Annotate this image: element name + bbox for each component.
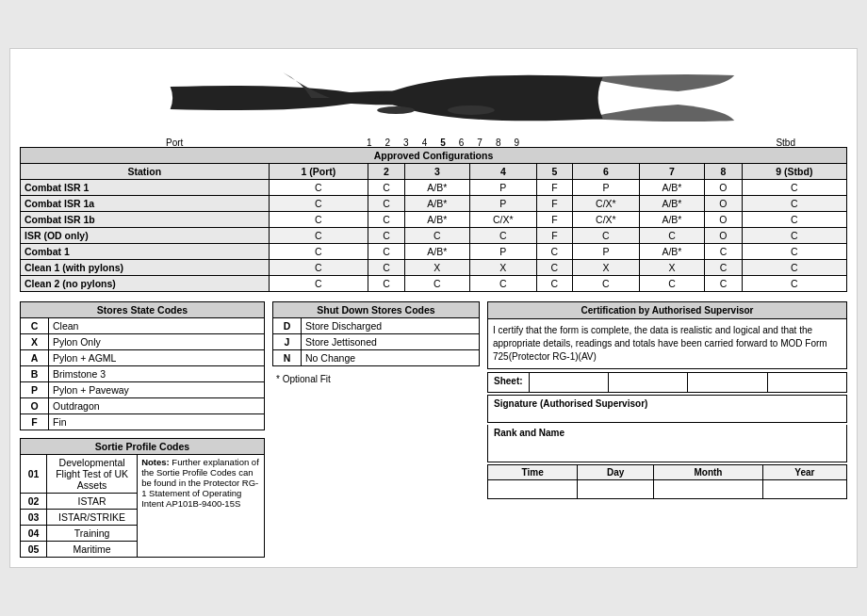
config-cell: F	[536, 228, 572, 244]
store-label: Pylon + Paveway	[49, 382, 265, 398]
station-numbers-row: Port 1 2 3 4 5 6 7 8 9 Stbd	[20, 138, 847, 148]
sheet-box-2[interactable]	[609, 373, 688, 392]
config-cell: C	[368, 212, 404, 228]
sheet-box-3[interactable]	[688, 373, 767, 392]
stores-title-row: Stores State Codes	[21, 302, 265, 318]
config-cell: P	[573, 244, 640, 260]
config-cell: A/B*	[404, 196, 469, 212]
store-label: Pylon Only	[49, 334, 265, 350]
rank-label: Rank and Name	[494, 428, 564, 438]
config-cell: C/X*	[469, 212, 536, 228]
station-cell: ISR (OD only)	[21, 228, 270, 244]
station-6: 6	[459, 138, 465, 148]
store-label: Clean	[49, 318, 265, 334]
shutdown-code: J	[273, 334, 302, 350]
config-cell: P	[573, 180, 640, 196]
config-cell: A/B*	[639, 212, 704, 228]
sheet-box-1[interactable]	[530, 373, 609, 392]
approved-row: Clean 1 (with pylons)CCXXCXXCC	[21, 260, 847, 276]
config-cell: O	[705, 196, 743, 212]
shutdown-rows: DStore DischargedJStore JettisonedNNo Ch…	[273, 318, 480, 366]
day-value[interactable]	[578, 480, 654, 499]
config-cell: C	[469, 228, 536, 244]
shutdown-label: No Change	[302, 350, 480, 366]
col-3-header: 3	[404, 164, 469, 180]
config-cell: C/X*	[573, 212, 640, 228]
main-page: Port 1 2 3 4 5 6 7 8 9 Stbd Approved Con…	[9, 48, 858, 568]
shutdown-table: Shut Down Stores Codes DStore Discharged…	[272, 301, 480, 366]
store-code: A	[21, 350, 49, 366]
sheet-row: Sheet:	[487, 372, 847, 393]
config-cell: C	[368, 276, 404, 292]
cert-text-content: I certify that the form is complete, the…	[493, 325, 827, 362]
config-cell: A/B*	[404, 244, 469, 260]
shutdown-code: D	[273, 318, 302, 334]
config-cell: C	[368, 196, 404, 212]
config-cell: C	[705, 244, 743, 260]
config-cell: C	[705, 260, 743, 276]
shutdown-row: NNo Change	[273, 350, 480, 366]
shutdown-title-row: Shut Down Stores Codes	[273, 302, 480, 318]
shutdown-row: DStore Discharged	[273, 318, 480, 334]
col-7-header: 7	[639, 164, 704, 180]
col-5-header: 5	[536, 164, 572, 180]
store-label: Brimstone 3	[49, 366, 265, 382]
station-cell: Clean 1 (with pylons)	[21, 260, 270, 276]
config-cell: C	[368, 180, 404, 196]
station-cell: Clean 2 (no pylons)	[21, 276, 270, 292]
store-code: B	[21, 366, 49, 382]
stores-row: FFin	[21, 414, 265, 430]
time-value[interactable]	[488, 480, 578, 499]
sortie-label: Developmental Flight Test of UK Assets	[47, 455, 138, 494]
config-cell: A/B*	[639, 244, 704, 260]
approved-row: Combat ISR 1CCA/B*PFPA/B*OC	[21, 180, 847, 196]
time-table: Time Day Month Year	[487, 464, 847, 499]
stores-row: OOutdragon	[21, 398, 265, 414]
col-4-header: 4	[469, 164, 536, 180]
stores-row: PPylon + Paveway	[21, 382, 265, 398]
cert-title: Certification by Authorised Supervisor	[487, 301, 847, 319]
station-3: 3	[403, 138, 409, 148]
stores-state-table: Stores State Codes CCleanXPylon OnlyAPyl…	[20, 301, 265, 430]
config-cell: C	[742, 228, 846, 244]
approved-rows: Combat ISR 1CCA/B*PFPA/B*OCCombat ISR 1a…	[21, 180, 847, 292]
sortie-label: Training	[47, 526, 138, 542]
station-cell: Combat ISR 1b	[21, 212, 270, 228]
config-cell: O	[705, 228, 743, 244]
config-cell: C	[269, 276, 368, 292]
bottom-middle: Shut Down Stores Codes DStore Discharged…	[272, 301, 480, 384]
config-cell: C	[269, 180, 368, 196]
store-code: O	[21, 398, 49, 414]
store-label: Outdragon	[49, 398, 265, 414]
day-label: Day	[578, 465, 654, 480]
config-cell: C	[269, 228, 368, 244]
config-cell: C	[742, 180, 846, 196]
config-cell: X	[639, 260, 704, 276]
approved-title-row: Approved Configurations	[21, 148, 847, 164]
month-value[interactable]	[654, 480, 762, 499]
optional-fit-note: * Optional Fit	[272, 374, 480, 384]
approved-row: Combat ISR 1aCCA/B*PFC/X*A/B*OC	[21, 196, 847, 212]
stores-row: BBrimstone 3	[21, 366, 265, 382]
shutdown-title: Shut Down Stores Codes	[273, 302, 480, 318]
year-value[interactable]	[762, 480, 846, 499]
approved-row: Clean 2 (no pylons)CCCCCCCCC	[21, 276, 847, 292]
store-label: Pylon + AGML	[49, 350, 265, 366]
config-cell: C	[742, 276, 846, 292]
approved-configurations-table: Approved Configurations Station 1 (Port)…	[20, 147, 847, 292]
sheet-box-4[interactable]	[768, 373, 846, 392]
config-cell: C	[536, 244, 572, 260]
stores-row: XPylon Only	[21, 334, 265, 350]
station-8: 8	[496, 138, 501, 148]
config-cell: A/B*	[404, 180, 469, 196]
year-label: Year	[762, 465, 846, 480]
stores-row: APylon + AGML	[21, 350, 265, 366]
signature-row: Signature (Authorised Supervisor)	[487, 395, 847, 423]
config-cell: P	[469, 244, 536, 260]
shutdown-row: JStore Jettisoned	[273, 334, 480, 350]
month-label: Month	[654, 465, 762, 480]
config-cell: C	[404, 276, 469, 292]
sortie-code: 01	[21, 455, 47, 494]
time-label-row: Time Day Month Year	[488, 465, 847, 480]
sortie-code: 04	[21, 526, 47, 542]
